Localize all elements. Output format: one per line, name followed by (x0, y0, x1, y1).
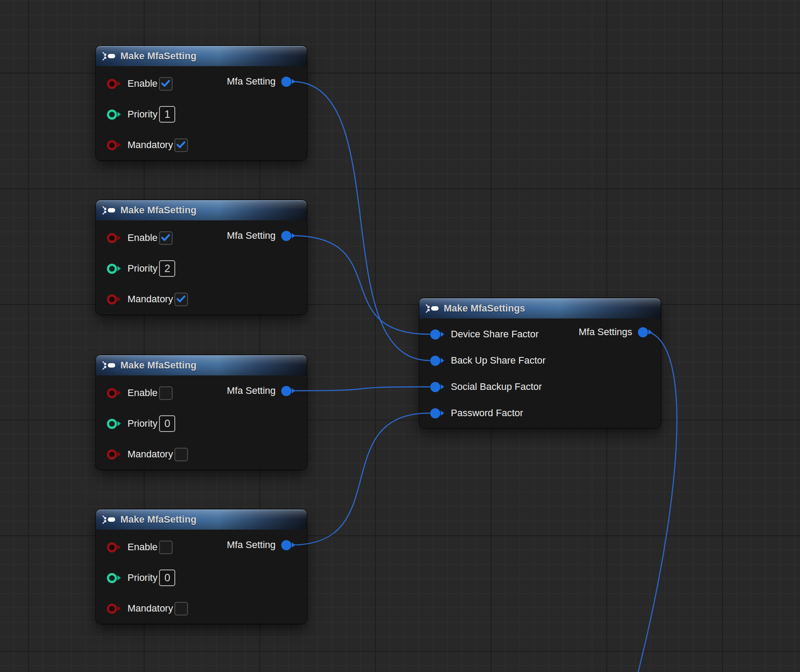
node-make-mfasettings[interactable]: ↘↗ Make MfaSettings Device Share Factor … (419, 298, 661, 428)
pin-row-password-factor: Password Factor (419, 400, 661, 426)
pin-row-priority: Priority 0 (96, 408, 307, 439)
pin-row-back-up-share-factor: Back Up Share Factor (419, 347, 661, 374)
node-title: Make MfaSettings (444, 303, 525, 314)
make-struct-icon: ↘↗ (102, 205, 115, 215)
node-header[interactable]: ↘↗ Make MfaSettings (419, 298, 661, 318)
make-struct-icon: ↘↗ (425, 304, 439, 313)
struct-output-pin[interactable] (281, 386, 295, 396)
pin-label: Password Factor (451, 407, 523, 419)
pin-label: Mandatory (127, 603, 173, 614)
enable-checkbox[interactable] (159, 541, 173, 554)
struct-input-pin[interactable] (430, 408, 444, 418)
struct-input-pin[interactable] (430, 329, 444, 340)
bool-input-pin[interactable] (107, 604, 121, 614)
bool-input-pin[interactable] (107, 233, 121, 243)
bool-input-pin[interactable] (107, 388, 121, 398)
node-make-mfasetting-4[interactable]: ↘↗ Make MfaSetting Enable Priority 0 Man… (96, 509, 307, 624)
pin-label: Mfa Setting (227, 539, 276, 551)
pin-row-output: Mfa Setting (227, 66, 295, 97)
bool-input-pin[interactable] (107, 294, 121, 304)
pin-row-output: Mfa Setting (227, 375, 295, 406)
pin-label: Mfa Settings (579, 326, 632, 338)
pin-row-priority: Priority 0 (96, 562, 307, 593)
struct-input-pin[interactable] (430, 356, 444, 366)
pin-label: Mfa Setting (227, 76, 276, 87)
pin-label: Social Backup Factor (451, 381, 542, 393)
int-input-pin[interactable] (107, 573, 121, 583)
pin-label: Enable (127, 78, 158, 89)
pin-row-social-backup-factor: Social Backup Factor (419, 374, 661, 400)
pin-row-output: Mfa Settings (579, 318, 652, 346)
mandatory-checkbox[interactable] (174, 138, 188, 152)
pin-label: Mandatory (127, 294, 173, 305)
struct-input-pin[interactable] (430, 382, 444, 392)
priority-value-field[interactable]: 2 (159, 260, 175, 277)
pin-label: Enable (127, 387, 158, 399)
priority-value-field[interactable]: 0 (159, 569, 175, 586)
node-make-mfasetting-2[interactable]: ↘↗ Make MfaSetting Enable Priority 2 Man… (96, 200, 307, 315)
bool-input-pin[interactable] (107, 79, 121, 89)
struct-output-pin[interactable] (281, 540, 295, 550)
enable-checkbox[interactable] (159, 77, 173, 91)
bool-input-pin[interactable] (107, 140, 121, 150)
node-header[interactable]: ↘↗ Make MfaSetting (96, 46, 307, 66)
node-title: Make MfaSetting (120, 514, 197, 525)
struct-output-pin[interactable] (638, 327, 652, 337)
pin-label: Priority (127, 418, 157, 429)
make-struct-icon: ↘↗ (102, 515, 115, 524)
enable-checkbox[interactable] (159, 231, 173, 245)
node-make-mfasetting-1[interactable]: ↘↗ Make MfaSetting Enable Priority 1 Man… (96, 46, 307, 160)
node-header[interactable]: ↘↗ Make MfaSetting (96, 355, 307, 375)
mandatory-checkbox[interactable] (174, 293, 188, 306)
pin-row-mandatory: Mandatory (96, 284, 307, 315)
priority-value-field[interactable]: 0 (159, 415, 175, 432)
node-title: Make MfaSetting (120, 50, 197, 62)
pin-row-mandatory: Mandatory (96, 130, 307, 160)
pin-label: Enable (127, 541, 158, 553)
pin-label: Device Share Factor (451, 329, 539, 340)
pin-label: Enable (127, 232, 158, 244)
mandatory-checkbox[interactable] (174, 448, 188, 461)
node-make-mfasetting-3[interactable]: ↘↗ Make MfaSetting Enable Priority 0 Man… (96, 355, 307, 470)
pin-label: Priority (127, 263, 157, 274)
pin-row-output: Mfa Setting (227, 530, 295, 560)
node-title: Make MfaSetting (120, 205, 197, 216)
pin-row-output: Mfa Setting (227, 220, 295, 251)
pin-label: Mfa Setting (227, 385, 276, 396)
make-struct-icon: ↘↗ (102, 51, 115, 61)
pin-row-mandatory: Mandatory (96, 593, 307, 624)
blueprint-graph-canvas[interactable]: ↘↗ Make MfaSetting Enable Priority 1 Man… (0, 0, 800, 672)
int-input-pin[interactable] (107, 264, 121, 274)
node-title: Make MfaSetting (120, 360, 197, 371)
mandatory-checkbox[interactable] (174, 602, 188, 615)
priority-value-field[interactable]: 1 (159, 106, 175, 123)
bool-input-pin[interactable] (107, 542, 121, 552)
pin-label: Mandatory (127, 139, 173, 151)
pin-label: Mfa Setting (227, 230, 276, 241)
int-input-pin[interactable] (107, 419, 121, 429)
struct-output-pin[interactable] (281, 231, 295, 241)
struct-output-pin[interactable] (281, 77, 295, 87)
pin-row-priority: Priority 1 (96, 99, 307, 130)
pin-label: Back Up Share Factor (451, 355, 545, 366)
pin-row-mandatory: Mandatory (96, 439, 307, 470)
node-header[interactable]: ↘↗ Make MfaSetting (96, 509, 307, 530)
enable-checkbox[interactable] (159, 386, 173, 400)
node-header[interactable]: ↘↗ Make MfaSetting (96, 200, 307, 220)
bool-input-pin[interactable] (107, 449, 121, 460)
pin-row-priority: Priority 2 (96, 253, 307, 284)
pin-label: Priority (127, 572, 157, 584)
int-input-pin[interactable] (107, 110, 121, 120)
pin-label: Priority (127, 109, 157, 120)
make-struct-icon: ↘↗ (102, 361, 115, 370)
pin-label: Mandatory (127, 449, 173, 460)
